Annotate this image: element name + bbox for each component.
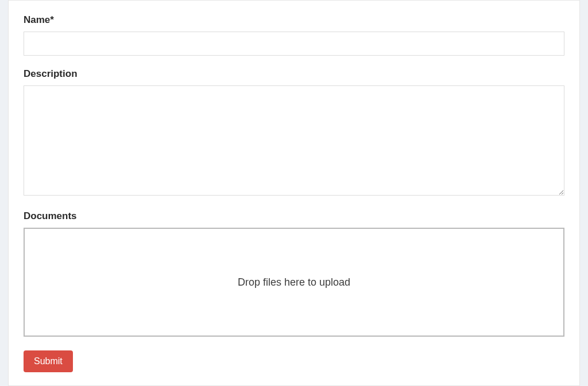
form-container: Name* Description Documents Drop files h… xyxy=(8,0,580,386)
submit-button[interactable]: Submit xyxy=(24,350,73,372)
name-label: Name* xyxy=(24,14,564,26)
description-textarea[interactable] xyxy=(24,85,564,196)
description-label: Description xyxy=(24,68,564,80)
documents-dropzone[interactable]: Drop files here to upload xyxy=(24,228,564,337)
name-group: Name* xyxy=(24,14,564,56)
documents-group: Documents Drop files here to upload xyxy=(24,210,564,337)
name-input[interactable] xyxy=(24,32,564,56)
dropzone-text: Drop files here to upload xyxy=(238,276,350,288)
description-group: Description xyxy=(24,68,564,198)
documents-label: Documents xyxy=(24,210,564,222)
